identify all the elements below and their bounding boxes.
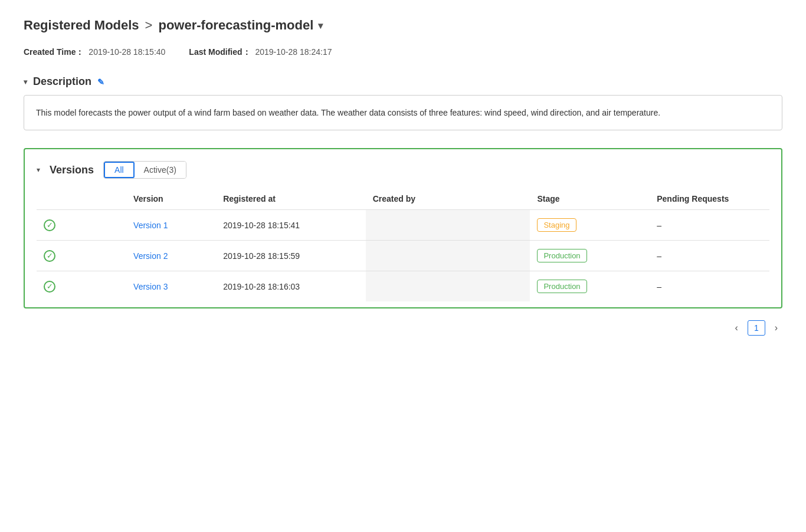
last-modified: Last Modified： 2019-10-28 18:24:17 (189, 47, 332, 58)
col-header-version: Version (126, 188, 216, 210)
check-circle-icon: ✓ (44, 219, 55, 231)
pagination-next[interactable]: › (770, 320, 782, 336)
col-header-registered: Registered at (216, 188, 365, 210)
created-time: Created Time： 2019-10-28 18:15:40 (24, 47, 165, 58)
row-stage: Production (530, 241, 650, 271)
row-stage: Staging (530, 210, 650, 241)
modified-value: 2019-10-28 18:24:17 (255, 47, 332, 57)
description-section-header: ▾ Description ✎ (24, 75, 782, 88)
row-pending-requests: – (650, 210, 769, 241)
row-stage: Production (530, 271, 650, 302)
pagination-prev[interactable]: ‹ (730, 320, 743, 336)
description-edit-icon[interactable]: ✎ (97, 77, 104, 87)
row-pending-requests: – (650, 241, 769, 271)
versions-title: Versions (50, 164, 94, 176)
created-label: Created Time： (24, 47, 84, 57)
versions-table: Version Registered at Created by Stage P… (37, 188, 769, 301)
row-version[interactable]: Version 1 (126, 210, 216, 241)
row-registered-at: 2019-10-28 18:15:41 (216, 210, 365, 241)
breadcrumb: Registered Models > power-forecasting-mo… (24, 18, 782, 33)
pagination: ‹ 1 › (24, 320, 782, 336)
version-link[interactable]: Version 3 (133, 282, 168, 291)
version-link[interactable]: Version 2 (133, 251, 168, 261)
model-dropdown-icon[interactable]: ▾ (318, 20, 323, 31)
row-check-icon: ✓ (37, 241, 126, 271)
meta-row: Created Time： 2019-10-28 18:15:40 Last M… (24, 47, 782, 58)
row-version[interactable]: Version 2 (126, 241, 216, 271)
version-link[interactable]: Version 1 (133, 221, 168, 230)
row-created-by (366, 241, 530, 271)
row-created-by (366, 271, 530, 302)
created-value: 2019-10-28 18:15:40 (89, 47, 165, 57)
description-title: Description (33, 75, 91, 88)
table-row: ✓Version 22019-10-28 18:15:59Production– (37, 241, 769, 271)
col-header-stage: Stage (530, 188, 650, 210)
versions-arrow[interactable]: ▾ (37, 166, 40, 174)
versions-container: ▾ Versions All Active(3) Version Registe… (24, 148, 782, 308)
modified-label: Last Modified： (189, 47, 250, 57)
description-arrow[interactable]: ▾ (24, 78, 27, 86)
versions-tab-group: All Active(3) (103, 161, 186, 179)
description-box: This model forecasts the power output of… (24, 95, 782, 130)
stage-badge: Staging (537, 218, 576, 232)
table-header-row: Version Registered at Created by Stage P… (37, 188, 769, 210)
col-header-icon (37, 188, 126, 210)
row-pending-requests: – (650, 271, 769, 302)
tab-all[interactable]: All (104, 162, 135, 178)
col-header-pending: Pending Requests (650, 188, 769, 210)
stage-badge: Production (537, 280, 587, 293)
breadcrumb-model[interactable]: power-forecasting-model (158, 18, 313, 33)
row-registered-at: 2019-10-28 18:16:03 (216, 271, 365, 302)
row-check-icon: ✓ (37, 210, 126, 241)
check-circle-icon: ✓ (44, 250, 55, 262)
row-check-icon: ✓ (37, 271, 126, 302)
row-created-by (366, 210, 530, 241)
check-circle-icon: ✓ (44, 281, 55, 293)
stage-badge: Production (537, 249, 587, 262)
versions-header: ▾ Versions All Active(3) (37, 161, 769, 179)
row-registered-at: 2019-10-28 18:15:59 (216, 241, 365, 271)
table-row: ✓Version 32019-10-28 18:16:03Production– (37, 271, 769, 302)
description-text: This model forecasts the power output of… (36, 108, 660, 117)
row-version[interactable]: Version 3 (126, 271, 216, 302)
breadcrumb-separator: > (145, 18, 153, 33)
pagination-page[interactable]: 1 (748, 320, 765, 336)
col-header-created: Created by (366, 188, 530, 210)
breadcrumb-registered[interactable]: Registered Models (24, 18, 139, 33)
table-row: ✓Version 12019-10-28 18:15:41Staging– (37, 210, 769, 241)
tab-active[interactable]: Active(3) (135, 162, 186, 178)
